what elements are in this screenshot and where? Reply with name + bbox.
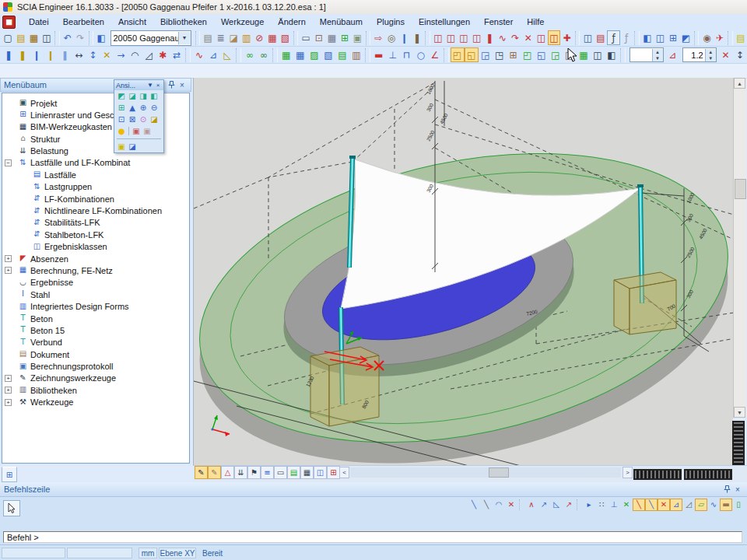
snap-line-button[interactable]: ╲ <box>468 499 480 511</box>
snap-segment-button[interactable]: ╲ <box>480 499 493 511</box>
font-scale-spinner-arrows[interactable]: ▲▼ <box>705 49 716 61</box>
snap-endpoint-button[interactable]: ╲ <box>633 499 645 511</box>
collapse-icon[interactable]: − <box>5 159 12 166</box>
node-size-spinner-arrows[interactable]: ▲▼ <box>652 49 663 61</box>
sidebar-item-bibliotheken[interactable]: +▥Bibliotheken <box>2 384 189 396</box>
fem-display-3-button[interactable]: ◲ <box>479 47 493 62</box>
vscroll-thumb[interactable] <box>735 179 746 199</box>
fem-display-9-button[interactable]: ◳ <box>563 47 577 62</box>
status-unit[interactable]: mm <box>139 548 157 558</box>
new-project-button[interactable]: ▢ <box>2 30 15 45</box>
fem-display-11-button[interactable]: ◫ <box>591 47 605 62</box>
document-add-button[interactable]: ⊞ <box>338 30 352 45</box>
show-all-button[interactable]: ∞ <box>243 47 257 62</box>
sidebar-item-berechnung-fe-netz[interactable]: +▦Berechnung, FE-Netz <box>2 264 189 276</box>
expand-icon[interactable]: + <box>5 267 12 274</box>
screenshot-wire-button[interactable]: ▣ <box>142 126 153 136</box>
fem-display-8-button[interactable]: ◲ <box>549 47 563 62</box>
viewport-hscrollbar[interactable] <box>350 467 621 478</box>
render-fast-button[interactable]: ✎ <box>208 466 221 479</box>
snap-orthogonal-button[interactable]: ⊿ <box>670 499 682 511</box>
menubaum-tab[interactable]: ⊞ <box>2 467 17 482</box>
window-cascade-button[interactable]: ◩ <box>679 30 693 45</box>
stretch-button[interactable]: ↕ <box>86 47 100 62</box>
menu-item-bibliotheken[interactable]: Bibliotheken <box>153 16 214 28</box>
combo-arrow-icon[interactable]: ▾ <box>178 32 191 44</box>
print-preview-button[interactable]: ⊡ <box>313 30 326 45</box>
expand-icon[interactable]: + <box>5 387 12 394</box>
zoom-stripe-h2[interactable] <box>684 469 732 480</box>
print-button[interactable]: ▭ <box>300 30 313 45</box>
vertex-edit-button[interactable]: ⊿ <box>206 47 220 62</box>
fillet-button[interactable]: ◠ <box>128 47 142 62</box>
font-size-button[interactable]: ↕ <box>733 47 747 62</box>
sidebar-item-stahlbeton-lfk[interactable]: ⇵Stahlbeton-LFK <box>2 229 189 240</box>
angle-fixed-button[interactable]: ↗ <box>538 499 550 511</box>
clip-box-button[interactable]: ◪ <box>149 114 160 124</box>
sidebar-item-lf-kombinationen[interactable]: ⇵LF-Kombinationen <box>2 193 189 205</box>
show-labels-button[interactable]: ≡ <box>261 466 274 479</box>
visibility-eye-button[interactable]: ◉ <box>700 30 714 45</box>
zoom-selection-button[interactable]: ⊙ <box>138 114 149 124</box>
fem-display-6-button[interactable]: ◰ <box>521 47 535 62</box>
font-scale-spinner[interactable]: 1.2▲▼ <box>682 47 717 62</box>
table-f-button[interactable]: ▥ <box>349 47 363 62</box>
fem-display-5-button[interactable]: ⊞ <box>507 47 521 62</box>
project-combo[interactable]: 20050 Gaggenau P▾ <box>110 30 191 46</box>
undo-button[interactable]: ↶ <box>61 30 75 45</box>
dot-grid-button[interactable]: ∷ <box>595 499 608 511</box>
angle-lock-button[interactable]: ◺ <box>550 499 563 511</box>
save-project-button[interactable]: ◫ <box>40 30 54 45</box>
trim-button[interactable]: ✕ <box>100 47 114 62</box>
walk-mode-button[interactable]: ▲ <box>127 103 138 113</box>
calculator-button[interactable]: ▦ <box>325 30 338 45</box>
wireframe-mode-button[interactable]: ✎ <box>195 466 208 479</box>
chamfer-button[interactable]: ◿ <box>142 47 156 62</box>
fx-off-button[interactable]: ƒ <box>620 30 633 45</box>
table-c-button[interactable]: ▨ <box>307 47 321 62</box>
dim-angle-button[interactable]: ∠ <box>428 47 442 62</box>
load-panel-7-button[interactable]: ↷ <box>509 30 522 45</box>
profile-b-button[interactable]: ❚ <box>411 30 424 45</box>
scroll-up-arrow[interactable]: ▲ <box>734 78 745 89</box>
profile-a-button[interactable]: ❙ <box>398 30 411 45</box>
screenshot-button[interactable]: ▣ <box>131 126 142 136</box>
sidebar-item-lastf-lle[interactable]: ▤Lastfälle <box>2 169 189 180</box>
chevron-down-icon[interactable]: ▼ <box>146 82 154 89</box>
sidebar-item-integriertes-design-forms[interactable]: ▥Integriertes Design Forms <box>2 301 189 313</box>
project-archive-button[interactable]: ▦ <box>27 30 40 45</box>
fem-display-7-button[interactable]: ◱ <box>535 47 549 62</box>
dim-bracket-button[interactable]: ⊓ <box>400 47 414 62</box>
fem-display-4-button[interactable]: ◳ <box>493 47 507 62</box>
axo-cube-button[interactable]: ⊞ <box>116 103 127 113</box>
line-grid-button[interactable]: ⊥ <box>608 499 620 511</box>
window-horizontal-button[interactable]: ◫ <box>654 30 667 45</box>
show-axes-button[interactable]: △ <box>221 466 234 479</box>
show-text-button[interactable]: ▭ <box>274 466 287 479</box>
clipboard-button[interactable]: ▥ <box>240 30 253 45</box>
export-red-button[interactable]: ⇨ <box>372 30 385 45</box>
sidebar-item-verbund[interactable]: TVerbund <box>2 337 189 348</box>
save-results-button[interactable]: ◫ <box>581 30 594 45</box>
expand-icon[interactable]: + <box>5 399 12 406</box>
polyline-edit-button[interactable]: ∿ <box>192 47 206 62</box>
sidebar-item-stabilit-ts-lfk[interactable]: ⇵Stabilitäts-LFK <box>2 217 189 229</box>
document-zoom-button[interactable]: ◎ <box>385 30 398 45</box>
open-project-button[interactable]: ▤ <box>15 30 28 45</box>
selection-mode-button[interactable] <box>3 500 20 516</box>
dim-line-button[interactable]: ▬ <box>372 47 386 62</box>
palette-close-icon[interactable]: × <box>154 82 162 89</box>
load-panel-5-button[interactable]: ❚ <box>483 30 496 45</box>
zoom-out-button[interactable]: ⊖ <box>149 103 160 113</box>
window-grid-button[interactable]: ⊞ <box>667 30 680 45</box>
view-axo-button[interactable]: ◧ <box>149 91 160 101</box>
scale-button[interactable]: ↔ <box>72 47 86 62</box>
mirror-button[interactable]: ∥ <box>58 47 72 62</box>
sidebar-item-dokument[interactable]: ▤Dokument <box>2 348 189 360</box>
reverse-button[interactable]: ⇄ <box>170 47 184 62</box>
table-d-button[interactable]: ▧ <box>321 47 335 62</box>
snap-tangent-button[interactable]: ◿ <box>682 499 695 511</box>
split-window-button[interactable]: ◧ <box>95 30 108 45</box>
close-icon[interactable]: × <box>732 485 743 495</box>
angle-track-button[interactable]: ↗ <box>563 499 575 511</box>
